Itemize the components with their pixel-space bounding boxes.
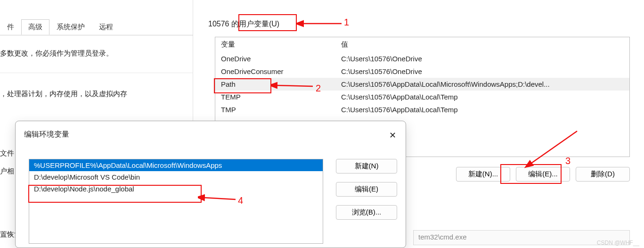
user-vars-title: 10576 的用户变量(U) xyxy=(208,19,279,29)
cell-val: C:\Users\10576\OneDrive xyxy=(335,53,629,64)
cell-val: C:\Users\10576\AppData\Local\Temp xyxy=(335,104,629,115)
edit-button[interactable]: 编辑(E)... xyxy=(516,167,570,182)
admin-note: 多数更改，你必须作为管理员登录。 xyxy=(0,49,113,58)
cell-val: C:\Users\10576\AppData\Local\Temp xyxy=(335,91,629,102)
watermark: CSDN @WHF__ xyxy=(597,240,639,246)
table-row[interactable]: OneDriveConsumer C:\Users\10576\OneDrive xyxy=(215,65,629,78)
label-file-partial: 文件 xyxy=(0,149,14,158)
table-row[interactable]: TMP C:\Users\10576\AppData\Local\Temp xyxy=(215,103,629,116)
label-user-partial: 户相 xyxy=(0,167,14,176)
tab-remote[interactable]: 远程 xyxy=(92,19,120,35)
tabs-separator xyxy=(0,35,193,35)
tabs-row: 件 高级 系统保护 远程 xyxy=(0,19,120,35)
tab-advanced[interactable]: 高级 xyxy=(21,19,49,35)
separator xyxy=(0,73,193,73)
cell-var: TEMP xyxy=(215,91,335,102)
performance-note: ，处理器计划，内存使用，以及虚拟内存 xyxy=(0,90,127,99)
cell-val: C:\Users\10576\AppData\Local\Microsoft\W… xyxy=(335,79,629,90)
delete-button[interactable]: 删除(D) xyxy=(576,167,630,182)
path-list[interactable]: %USERPROFILE%\AppData\Local\Microsoft\Wi… xyxy=(29,159,323,244)
tab-system-protection[interactable]: 系统保护 xyxy=(49,19,92,35)
list-item[interactable]: D:\develop\Node.js\node_global xyxy=(29,183,323,195)
list-item[interactable]: %USERPROFILE%\AppData\Local\Microsoft\Wi… xyxy=(29,159,323,171)
cell-var: OneDriveConsumer xyxy=(215,66,335,77)
cell-var: TMP xyxy=(215,104,335,115)
table-row[interactable]: OneDrive C:\Users\10576\OneDrive xyxy=(215,52,629,65)
col-variable[interactable]: 变量 xyxy=(215,37,335,52)
close-icon[interactable]: ✕ xyxy=(386,129,399,142)
cell-var: OneDrive xyxy=(215,53,335,64)
new-button[interactable]: 新建(N)... xyxy=(456,167,510,182)
dlg-new-button[interactable]: 新建(N) xyxy=(336,159,397,174)
dlg-edit-button[interactable]: 编辑(E) xyxy=(336,182,397,197)
cell-var: Path xyxy=(215,79,335,90)
edit-env-var-dialog: 编辑环境变量 ✕ %USERPROFILE%\AppData\Local\Mic… xyxy=(15,121,406,248)
table-body: OneDrive C:\Users\10576\OneDrive OneDriv… xyxy=(215,52,629,116)
table-row[interactable]: TEMP C:\Users\10576\AppData\Local\Temp xyxy=(215,91,629,103)
list-item[interactable]: D:\develop\Microsoft VS Code\bin xyxy=(29,171,323,183)
dlg-browse-button[interactable]: 浏览(B)... xyxy=(336,205,397,220)
cell-val: C:\Users\10576\OneDrive xyxy=(335,66,629,77)
table-header: 变量 值 xyxy=(215,37,629,52)
dialog-buttons: 新建(N) 编辑(E) 浏览(B)... xyxy=(336,159,397,220)
dialog-title: 编辑环境变量 xyxy=(24,130,69,140)
table-row-path[interactable]: Path C:\Users\10576\AppData\Local\Micros… xyxy=(215,78,629,91)
tab-hardware-partial[interactable]: 件 xyxy=(0,19,21,35)
col-value[interactable]: 值 xyxy=(335,37,354,52)
user-vars-buttons: 新建(N)... 编辑(E)... 删除(D) xyxy=(456,167,630,182)
